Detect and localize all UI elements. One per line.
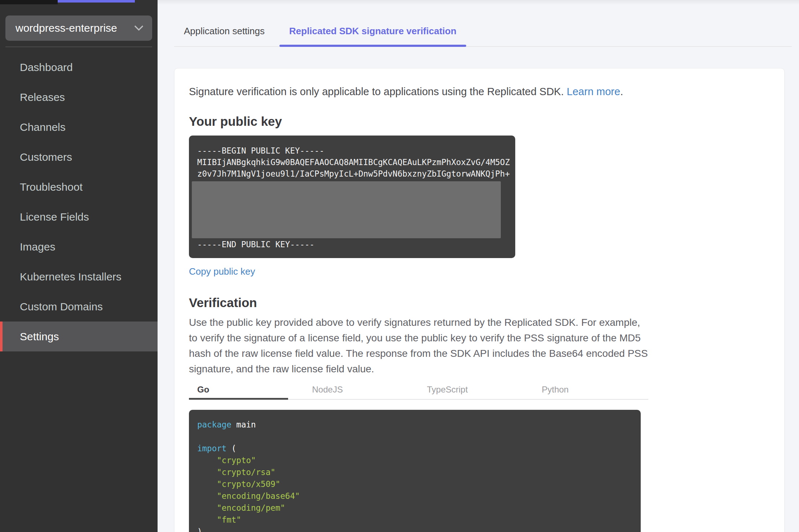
code-line: "encoding/pem" bbox=[197, 502, 634, 514]
intro-suffix: . bbox=[620, 86, 623, 97]
app-selector-dropdown[interactable]: wordpress-enterprise bbox=[5, 15, 152, 41]
settings-tabs: Application settings Replicated SDK sign… bbox=[174, 21, 792, 47]
sidebar-nav: DashboardReleasesChannelsCustomersTroubl… bbox=[0, 52, 158, 351]
sidebar-item-releases[interactable]: Releases bbox=[0, 82, 158, 112]
code-line: "crypto/x509" bbox=[197, 478, 634, 490]
key-begin-line: -----BEGIN PUBLIC KEY----- bbox=[197, 145, 507, 156]
code-line: "fmt" bbox=[197, 514, 634, 526]
language-tab-python[interactable]: Python bbox=[534, 384, 649, 399]
sidebar-item-channels[interactable]: Channels bbox=[0, 112, 158, 142]
top-left-strip bbox=[0, 0, 58, 4]
code-line: import ( bbox=[197, 443, 634, 455]
code-sample-block[interactable]: package main import ( "crypto" "crypto/r… bbox=[189, 410, 641, 532]
sidebar: wordpress-enterprise DashboardReleasesCh… bbox=[0, 0, 158, 532]
learn-more-link[interactable]: Learn more bbox=[567, 86, 620, 97]
code-line: package main bbox=[197, 419, 634, 431]
language-tab-typescript[interactable]: TypeScript bbox=[419, 384, 534, 399]
verification-heading: Verification bbox=[189, 295, 770, 310]
language-tabs: GoNodeJSTypeScriptPython bbox=[189, 384, 648, 400]
tab-sdk-signature-verification[interactable]: Replicated SDK signature verification bbox=[279, 21, 466, 46]
code-line: "crypto/rsa" bbox=[197, 466, 634, 478]
verification-paragraph: Use the public key provided above to ver… bbox=[189, 315, 648, 377]
sidebar-item-license-fields[interactable]: License Fields bbox=[0, 202, 158, 232]
sidebar-item-images[interactable]: Images bbox=[0, 232, 158, 262]
code-line bbox=[197, 431, 634, 443]
top-accent-bar bbox=[58, 0, 135, 3]
sidebar-divider bbox=[5, 46, 152, 47]
app-selector-label: wordpress-enterprise bbox=[16, 22, 117, 34]
intro-text: Signature verification is only applicabl… bbox=[189, 85, 770, 98]
sidebar-item-dashboard[interactable]: Dashboard bbox=[0, 52, 158, 82]
sidebar-item-troubleshoot[interactable]: Troubleshoot bbox=[0, 172, 158, 202]
sidebar-item-kubernetes-installers[interactable]: Kubernetes Installers bbox=[0, 262, 158, 292]
key-end-line: -----END PUBLIC KEY----- bbox=[197, 239, 507, 250]
code-line: ) bbox=[197, 526, 634, 532]
language-tab-nodejs[interactable]: NodeJS bbox=[304, 384, 419, 399]
key-hidden-selection bbox=[192, 181, 501, 238]
code-line: "crypto" bbox=[197, 455, 634, 466]
public-key-heading: Your public key bbox=[189, 114, 770, 129]
copy-public-key-link[interactable]: Copy public key bbox=[189, 266, 255, 277]
sidebar-item-settings[interactable]: Settings bbox=[0, 322, 158, 351]
sidebar-item-custom-domains[interactable]: Custom Domains bbox=[0, 292, 158, 322]
code-line: "encoding/base64" bbox=[197, 490, 634, 502]
tab-application-settings[interactable]: Application settings bbox=[174, 21, 274, 46]
main-area: Application settings Replicated SDK sign… bbox=[158, 0, 799, 532]
key-line: z0v7Jh7M1NgV1joeu9l1/IaCPsMpyIcL+Dnw5Pdv… bbox=[197, 168, 507, 179]
intro-sentence: Signature verification is only applicabl… bbox=[189, 86, 564, 97]
key-line: MIIBIjANBgkqhkiG9w0BAQEFAAOCAQ8AMIIBCgKC… bbox=[197, 156, 507, 168]
language-tab-go[interactable]: Go bbox=[189, 384, 304, 399]
public-key-block[interactable]: -----BEGIN PUBLIC KEY----- MIIBIjANBgkqh… bbox=[189, 136, 515, 258]
sidebar-item-customers[interactable]: Customers bbox=[0, 142, 158, 172]
signature-verification-card: Signature verification is only applicabl… bbox=[174, 68, 785, 532]
chevron-down-icon bbox=[134, 22, 143, 31]
